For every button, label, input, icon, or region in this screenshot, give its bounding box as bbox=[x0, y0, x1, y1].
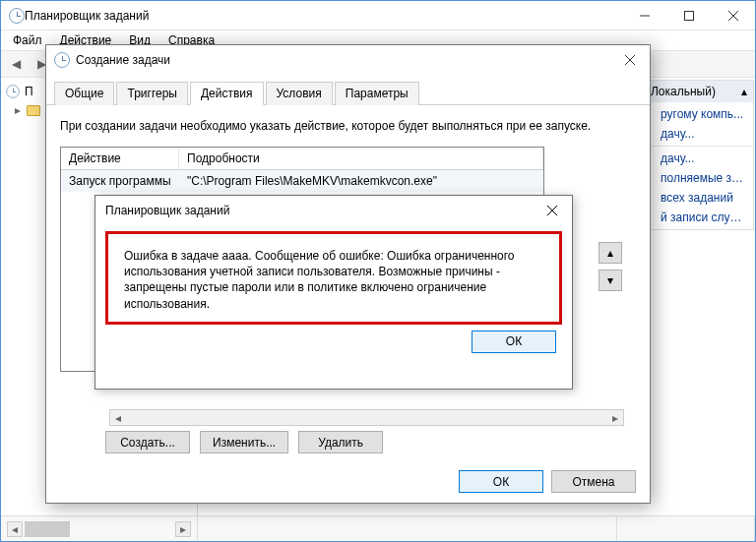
menu-file[interactable]: Файл bbox=[5, 31, 50, 49]
status-cell bbox=[617, 516, 755, 541]
status-cell bbox=[198, 516, 617, 541]
tree-root-label: П bbox=[25, 85, 33, 98]
tab-triggers[interactable]: Триггеры bbox=[116, 82, 188, 105]
col-action[interactable]: Действие bbox=[61, 148, 179, 169]
nav-back-button[interactable]: ◀ bbox=[5, 53, 27, 75]
move-up-button[interactable]: ▴ bbox=[598, 242, 622, 264]
table-row[interactable]: Запуск программы "C:\Program Files\MakeM… bbox=[61, 170, 543, 192]
scroll-left-icon[interactable]: ◂ bbox=[110, 410, 126, 425]
actions-pane-title: (Локальный) bbox=[647, 85, 716, 98]
action-item[interactable]: всех заданий bbox=[641, 188, 753, 208]
action-item[interactable]: полняемые за... bbox=[641, 168, 753, 188]
edit-button[interactable]: Изменить... bbox=[200, 431, 288, 453]
scroll-left-icon[interactable]: ◂ bbox=[7, 521, 23, 537]
action-item[interactable]: дачу... bbox=[641, 124, 753, 144]
action-item[interactable]: ругому компь... bbox=[641, 104, 753, 124]
folder-icon bbox=[27, 105, 40, 116]
error-close-button[interactable] bbox=[538, 200, 566, 221]
tab-settings[interactable]: Параметры bbox=[335, 82, 419, 105]
scroll-right-icon[interactable]: ▸ bbox=[607, 410, 623, 425]
close-button[interactable] bbox=[711, 1, 755, 30]
actions-pane: (Локальный) ▴ ругому компь... дачу... да… bbox=[640, 80, 754, 230]
create-button[interactable]: Создать... bbox=[105, 431, 190, 453]
scroll-thumb[interactable] bbox=[25, 521, 70, 537]
clock-icon bbox=[6, 85, 20, 98]
tab-conditions[interactable]: Условия bbox=[266, 82, 333, 105]
dialog-title: Создание задачи bbox=[76, 53, 610, 67]
error-title: Планировщик заданий bbox=[105, 204, 538, 217]
grid-hscroll[interactable]: ◂ ▸ bbox=[109, 409, 624, 426]
ok-button[interactable]: ОК bbox=[459, 470, 543, 493]
cell-details: "C:\Program Files\MakeMKV\makemkvcon.exe… bbox=[179, 170, 543, 192]
error-dialog: Планировщик заданий Ошибка в задаче аааа… bbox=[94, 195, 573, 390]
main-window-title: Планировщик заданий bbox=[25, 9, 622, 23]
dialog-close-button[interactable] bbox=[610, 46, 650, 74]
statusbar: ◂ ▸ bbox=[1, 515, 755, 541]
cell-action: Запуск программы bbox=[61, 170, 179, 192]
error-message: Ошибка в задаче аааа. Сообщение об ошибк… bbox=[124, 248, 543, 312]
delete-button[interactable]: Удалить bbox=[298, 431, 383, 453]
dialog-titlebar[interactable]: Создание задачи bbox=[46, 45, 650, 75]
maximize-button[interactable] bbox=[666, 1, 711, 30]
error-body: Ошибка в задаче аааа. Сообщение об ошибк… bbox=[105, 231, 562, 325]
tabs: Общие Триггеры Действия Условия Параметр… bbox=[46, 75, 650, 105]
minimize-button[interactable] bbox=[622, 1, 666, 30]
col-details[interactable]: Подробности bbox=[179, 148, 543, 169]
main-titlebar[interactable]: Планировщик заданий bbox=[1, 1, 755, 30]
hint-text: При создании задачи необходимо указать д… bbox=[60, 119, 636, 133]
svg-rect-0 bbox=[684, 11, 693, 20]
scroll-right-icon[interactable]: ▸ bbox=[175, 521, 191, 537]
tab-actions[interactable]: Действия bbox=[190, 82, 264, 105]
actions-pane-header: (Локальный) ▴ bbox=[641, 81, 753, 102]
reorder-buttons: ▴ ▾ bbox=[598, 242, 622, 291]
action-item[interactable]: й записи служ... bbox=[641, 208, 753, 227]
tab-general[interactable]: Общие bbox=[54, 82, 114, 105]
move-down-button[interactable]: ▾ bbox=[598, 270, 622, 291]
expand-icon[interactable]: ▸ bbox=[13, 103, 23, 117]
cancel-button[interactable]: Отмена bbox=[551, 470, 636, 493]
action-item[interactable]: дачу... bbox=[641, 149, 753, 168]
error-titlebar[interactable]: Планировщик заданий bbox=[95, 196, 572, 225]
clock-icon bbox=[9, 8, 25, 24]
collapse-icon[interactable]: ▴ bbox=[741, 85, 747, 98]
error-ok-button[interactable]: ОК bbox=[472, 331, 556, 353]
clock-icon bbox=[54, 52, 70, 68]
status-scroll[interactable]: ◂ ▸ bbox=[1, 516, 198, 541]
